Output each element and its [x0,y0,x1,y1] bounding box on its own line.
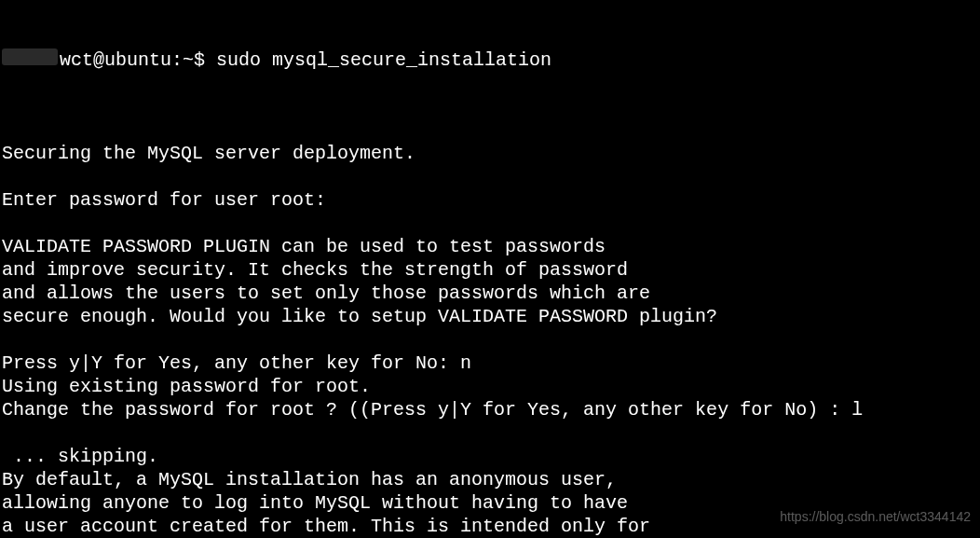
terminal-line: and allows the users to set only those p… [2,282,978,305]
prompt-user: wct@ubuntu: [60,48,183,72]
terminal-line [2,421,978,445]
terminal-line: Enter password for user root: [2,188,978,212]
terminal-line: Using existing password for root. [2,375,978,398]
command-text: sudo mysql_secure_installation [216,48,551,72]
terminal-output[interactable]: wct@ubuntu: ~ $ sudo mysql_secure_instal… [0,0,980,538]
terminal-line: Change the password for root ? ((Press y… [2,398,978,421]
prompt-path: ~ [183,48,194,72]
terminal-line [2,212,978,235]
terminal-line [2,118,978,142]
terminal-line: secure enough. Would you like to setup V… [2,305,978,328]
terminal-line: VALIDATE PASSWORD PLUGIN can be used to … [2,235,978,258]
terminal-line [2,165,978,188]
terminal-line: and improve security. It checks the stre… [2,258,978,282]
terminal-line: Securing the MySQL server deployment. [2,142,978,165]
terminal-line: By default, a MySQL installation has an … [2,468,978,491]
terminal-line [2,328,978,352]
redacted-block [2,48,58,65]
prompt-symbol: $ [194,48,216,72]
command-prompt-line: wct@ubuntu: ~ $ sudo mysql_secure_instal… [2,48,978,72]
output-lines-container: Securing the MySQL server deployment. En… [2,118,978,538]
watermark-text: https://blog.csdn.net/wct3344142 [780,509,971,526]
terminal-line: ... skipping. [2,445,978,468]
terminal-line: Press y|Y for Yes, any other key for No:… [2,352,978,375]
